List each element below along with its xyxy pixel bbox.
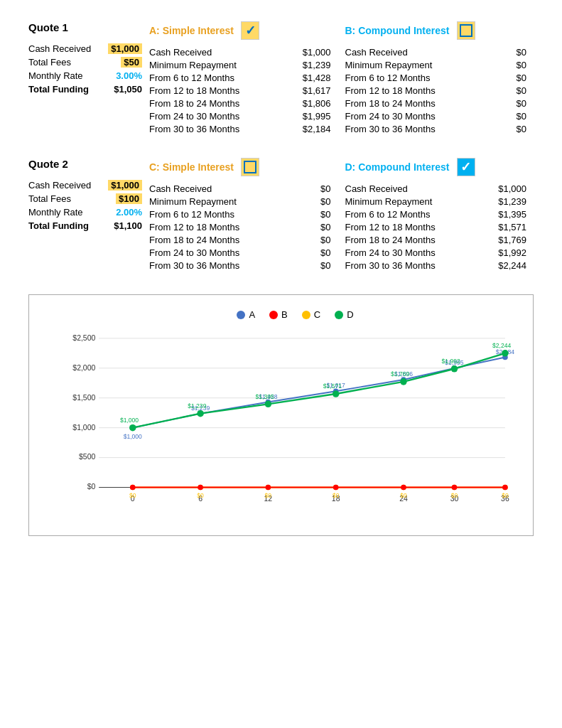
panel-a-title: A: Simple Interest [149, 25, 234, 36]
panel-c-row-0: Cash Received$0 [149, 183, 331, 194]
svg-text:$1,992: $1,992 [442, 358, 460, 365]
legend-c: C [302, 309, 320, 320]
quote2-rate-val: 2.00% [116, 207, 142, 218]
panel-a-row-1: Minimum Repayment$1,239 [149, 60, 331, 70]
quote1-left: Quote 1 Cash Received $1,000 Total Fees … [28, 21, 142, 136]
quote1-rate-row: Monthly Rate 3.00% [28, 70, 142, 81]
panel-b-checkbox[interactable] [457, 21, 475, 40]
svg-text:$1,239: $1,239 [188, 402, 206, 410]
panel-c-row-2: From 6 to 12 Months$0 [149, 209, 331, 220]
panel-b-rows: Cash Received$0 Minimum Repayment$0 From… [345, 47, 527, 134]
quote2-fees-val: $100 [116, 193, 142, 204]
quote2-cash-row: Cash Received $1,000 [28, 180, 142, 191]
panel-c-title: C: Simple Interest [149, 161, 234, 173]
panel-d-rows: Cash Received$1,000 Minimum Repayment$1,… [345, 183, 527, 271]
panel-b-row-1: Minimum Repayment$0 [345, 60, 527, 70]
svg-text:$0: $0 [400, 492, 407, 499]
svg-text:$0: $0 [197, 492, 204, 499]
quote2-funding-row: Total Funding $1,100 [28, 220, 142, 231]
svg-text:$2,500: $2,500 [72, 334, 95, 342]
quote2-funding-label: Total Funding [28, 220, 89, 231]
panel-a-row-0: Cash Received$1,000 [149, 47, 331, 58]
svg-text:$1,395: $1,395 [256, 393, 274, 400]
panel-c: C: Simple Interest Cash Received$0 Minim… [142, 158, 338, 273]
dot-d-3 [333, 390, 340, 397]
panel-a: A: Simple Interest ✓ Cash Received$1,000… [142, 21, 338, 136]
panel-a-row-6: From 30 to 36 Months$2,184 [149, 124, 331, 134]
panel-c-checkbox[interactable] [241, 158, 259, 176]
chart-legend: A B C D [72, 309, 519, 320]
panel-d-row-6: From 30 to 36 Months$2,244 [345, 260, 527, 271]
legend-c-dot [302, 311, 310, 319]
dot-d-4 [400, 378, 407, 385]
svg-text:$0: $0 [333, 492, 340, 499]
legend-a-dot [237, 311, 245, 319]
quote1-rate-val: 3.00% [116, 70, 142, 81]
quote1-cash-label: Cash Received [28, 43, 91, 54]
panel-c-header: C: Simple Interest [149, 158, 331, 176]
quote2-rate-label: Monthly Rate [28, 207, 83, 218]
panel-b-row-6: From 30 to 36 Months$0 [345, 124, 527, 134]
panel-a-row-4: From 18 to 24 Months$1,806 [149, 98, 331, 109]
panel-d-title: D: Compound Interest [345, 161, 450, 173]
svg-text:$1,571: $1,571 [323, 382, 342, 390]
dot-d-6 [502, 350, 509, 357]
svg-text:$1,000: $1,000 [124, 433, 142, 440]
legend-b-dot [269, 311, 278, 319]
panel-a-header: A: Simple Interest ✓ [149, 21, 331, 40]
legend-a-label: A [249, 309, 255, 320]
svg-text:$1,000: $1,000 [120, 417, 139, 424]
panel-a-check-icon: ✓ [245, 23, 256, 38]
quote2-funding-val: $1,100 [114, 220, 142, 231]
dot-b-0 [130, 485, 136, 491]
panel-b-row-2: From 6 to 12 Months$0 [345, 73, 527, 83]
svg-text:$0: $0 [502, 492, 509, 499]
legend-b-label: B [281, 309, 288, 320]
panel-b-header: B: Compound Interest [345, 21, 527, 40]
svg-text:$1,769: $1,769 [391, 370, 409, 378]
panel-b-row-5: From 24 to 30 Months$0 [345, 111, 527, 122]
dot-b-1 [198, 485, 203, 491]
legend-d-dot [335, 311, 343, 319]
panel-c-row-4: From 18 to 24 Months$0 [149, 235, 331, 245]
quote1-rate-label: Monthly Rate [28, 70, 83, 81]
quote1-cash-val: $1,000 [108, 43, 142, 54]
quote2-left: Quote 2 Cash Received $1,000 Total Fees … [28, 158, 142, 273]
quote2-cash-label: Cash Received [28, 180, 91, 191]
quote1-fees-label: Total Fees [28, 57, 71, 68]
panel-d-row-4: From 18 to 24 Months$1,769 [345, 235, 527, 245]
quote1-cash-row: Cash Received $1,000 [28, 43, 142, 54]
panel-c-row-3: From 12 to 18 Months$0 [149, 222, 331, 232]
panel-d-header: D: Compound Interest ✓ [345, 158, 527, 176]
legend-a: A [237, 309, 255, 320]
panel-c-rows: Cash Received$0 Minimum Repayment$0 From… [149, 183, 331, 271]
dot-d-5 [451, 365, 458, 373]
svg-text:$2,244: $2,244 [492, 342, 511, 349]
panel-d-row-5: From 24 to 30 Months$1,992 [345, 247, 527, 258]
panel-d-checkbox[interactable]: ✓ [457, 158, 475, 176]
svg-text:$2,000: $2,000 [72, 364, 95, 372]
panel-a-row-3: From 12 to 18 Months$1,617 [149, 85, 331, 96]
panel-a-row-5: From 24 to 30 Months$1,995 [149, 111, 331, 122]
quote2-cash-val: $1,000 [108, 180, 142, 191]
panel-d-check-icon: ✓ [460, 159, 471, 175]
svg-text:$0: $0 [265, 492, 272, 499]
panel-b: B: Compound Interest Cash Received$0 Min… [338, 21, 534, 136]
panel-c-row-6: From 30 to 36 Months$0 [149, 260, 331, 271]
panel-b-row-3: From 12 to 18 Months$0 [345, 85, 527, 96]
panel-c-row-1: Minimum Repayment$0 [149, 196, 331, 207]
svg-text:$0: $0 [129, 492, 136, 499]
panel-b-row-0: Cash Received$0 [345, 47, 527, 58]
dot-b-2 [266, 485, 271, 491]
panel-a-rows: Cash Received$1,000 Minimum Repayment$1,… [149, 47, 331, 134]
panel-d-row-1: Minimum Repayment$1,239 [345, 196, 527, 207]
panel-d: D: Compound Interest ✓ Cash Received$1,0… [338, 158, 534, 273]
quote2-section: Quote 2 Cash Received $1,000 Total Fees … [28, 158, 534, 273]
legend-b: B [269, 309, 288, 320]
panel-a-checkbox[interactable]: ✓ [241, 21, 259, 40]
quote2-fees-row: Total Fees $100 [28, 193, 142, 204]
chart-svg: $2,500 $2,000 $1,500 $1,000 $500 $0 0 6 … [72, 327, 519, 519]
dot-b-4 [401, 485, 406, 491]
legend-d: D [335, 309, 353, 320]
svg-text:$0: $0 [451, 492, 458, 499]
